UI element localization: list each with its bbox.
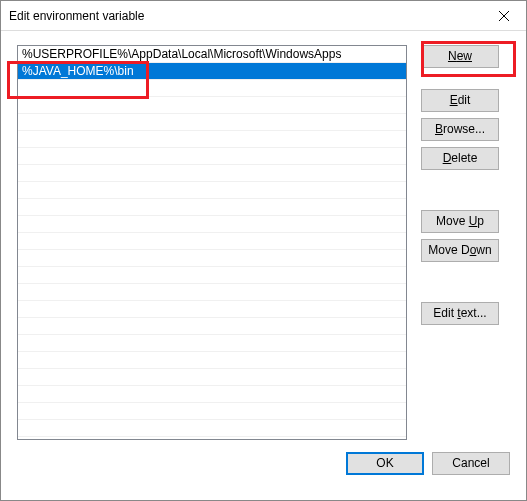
list-item[interactable] (18, 369, 406, 386)
list-item[interactable] (18, 420, 406, 437)
list-item[interactable] (18, 114, 406, 131)
list-item[interactable] (18, 199, 406, 216)
titlebar: Edit environment variable (1, 1, 526, 31)
window-title: Edit environment variable (9, 9, 481, 23)
list-item[interactable] (18, 386, 406, 403)
list-item[interactable] (18, 335, 406, 352)
list-item[interactable] (18, 233, 406, 250)
list-item[interactable] (18, 148, 406, 165)
dialog-content: %USERPROFILE%\AppData\Local\Microsoft\Wi… (1, 31, 526, 491)
delete-button[interactable]: Delete (421, 147, 499, 170)
new-button[interactable]: New (421, 45, 499, 68)
move-down-button[interactable]: Move Down (421, 239, 499, 262)
list-item[interactable]: %JAVA_HOME%\bin (18, 63, 406, 80)
list-item[interactable] (18, 165, 406, 182)
browse-button[interactable]: Browse... (421, 118, 499, 141)
list-item[interactable] (18, 403, 406, 420)
list-item[interactable] (18, 318, 406, 335)
list-item[interactable] (18, 352, 406, 369)
ok-button[interactable]: OK (346, 452, 424, 475)
path-listbox[interactable]: %USERPROFILE%\AppData\Local\Microsoft\Wi… (17, 45, 407, 440)
list-item[interactable] (18, 97, 406, 114)
close-icon (499, 11, 509, 21)
button-column: New Edit Browse... Delete Move Up Move D… (421, 45, 499, 440)
list-item[interactable] (18, 284, 406, 301)
close-button[interactable] (481, 1, 526, 30)
list-item[interactable] (18, 267, 406, 284)
list-item[interactable] (18, 301, 406, 318)
list-item[interactable] (18, 182, 406, 199)
list-item[interactable] (18, 216, 406, 233)
edit-text-button[interactable]: Edit text... (421, 302, 499, 325)
list-item[interactable] (18, 250, 406, 267)
move-up-button[interactable]: Move Up (421, 210, 499, 233)
edit-button[interactable]: Edit (421, 89, 499, 112)
list-item[interactable]: %USERPROFILE%\AppData\Local\Microsoft\Wi… (18, 46, 406, 63)
list-item[interactable] (18, 131, 406, 148)
cancel-button[interactable]: Cancel (432, 452, 510, 475)
list-item[interactable] (18, 80, 406, 97)
dialog-footer: OK Cancel (17, 452, 510, 475)
